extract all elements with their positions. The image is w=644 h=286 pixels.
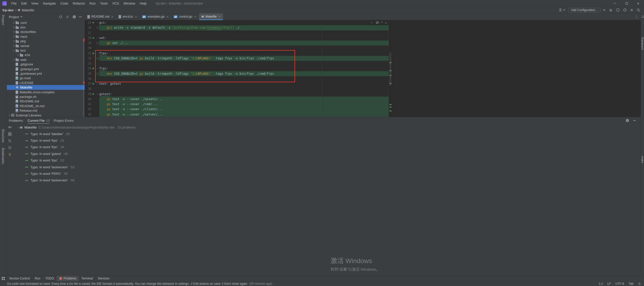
fold-region-icon[interactable]	[96, 22, 99, 23]
tree-item-web[interactable]: web	[7, 57, 85, 62]
gutter-marker-icon[interactable]	[96, 57, 99, 59]
run-make-target-icon[interactable]	[91, 67, 96, 69]
stripe-typo-mark[interactable]	[389, 107, 391, 108]
toolwindow-bookmarks-button[interactable]: Bookmarks	[1, 148, 5, 164]
toolwindow-project-button[interactable]: Project	[1, 15, 5, 25]
indent-style[interactable]: Tab	[629, 282, 633, 285]
tab-close-icon[interactable]: ×	[135, 15, 137, 19]
notifications-bell-icon[interactable]	[641, 15, 644, 18]
menu-tools[interactable]: Tools	[98, 0, 110, 7]
quick-fix-bulb-icon[interactable]	[8, 152, 12, 156]
tree-item-conf[interactable]: conf	[7, 20, 85, 25]
toolwindow-terminal-button[interactable]: Terminal	[79, 276, 95, 281]
toolwindow-version-control-button[interactable]: Version Control	[7, 276, 32, 281]
toolwindow-problems-button[interactable]: !Problems	[57, 276, 79, 281]
tree-item-e2e[interactable]: e2e	[7, 53, 85, 57]
problem-item[interactable]: Typo: In word 'frpc':34	[13, 144, 641, 150]
menu-refactor[interactable]: Refactor	[70, 0, 87, 7]
fold-region-icon[interactable]	[96, 37, 99, 38]
editor-tab-readme-md[interactable]: README.md×	[85, 13, 116, 20]
menu-edit[interactable]: Edit	[19, 0, 29, 7]
tab-close-icon[interactable]: ×	[194, 15, 196, 19]
tree-item-pkg[interactable]: pkg	[7, 39, 85, 44]
expand-collapse-icon[interactable]	[8, 146, 12, 150]
view-options-eye-icon[interactable]	[8, 125, 12, 129]
stripe-typo-mark[interactable]	[389, 83, 391, 84]
toolwindow-structure-button[interactable]: Structure	[1, 129, 5, 142]
menu-run[interactable]: Run	[87, 0, 98, 7]
sort-icon[interactable]	[8, 139, 12, 143]
search-icon[interactable]	[636, 8, 640, 12]
tab-close-icon[interactable]: ×	[167, 15, 169, 19]
tree-item-test[interactable]: test	[7, 48, 85, 53]
gutter-marker-icon[interactable]	[96, 73, 99, 75]
breadcrumb-file[interactable]: Makefile	[22, 8, 34, 12]
dont-show-again-link[interactable]: // Don't show again	[222, 282, 247, 285]
more-tabs-icon[interactable]: ⋮	[632, 13, 641, 20]
problem-item[interactable]: Typo: In word 'frpc':52	[13, 157, 641, 164]
menu-file[interactable]: File	[9, 0, 19, 7]
stripe-typo-mark[interactable]	[389, 104, 391, 105]
chevron-right-icon[interactable]	[11, 59, 16, 60]
chevron-right-icon[interactable]	[11, 45, 16, 47]
toolwindow-make-button[interactable]: make	[641, 156, 644, 163]
chevron-right-icon[interactable]	[16, 54, 20, 56]
tree-item-doc[interactable]: doc	[7, 25, 85, 29]
editor-scrollbar[interactable]	[389, 20, 392, 117]
project-scrollbar[interactable]	[83, 38, 84, 121]
chevron-right-icon[interactable]	[11, 22, 16, 23]
scrollbar-thumb[interactable]	[389, 52, 391, 86]
inspections-widget[interactable]: ✓ 15	[371, 21, 386, 24]
coverage-shield-icon[interactable]	[616, 8, 620, 12]
menu-code[interactable]: Code	[58, 0, 70, 7]
next-problem-icon[interactable]	[385, 22, 387, 24]
tab-close-icon[interactable]: ×	[111, 15, 113, 19]
previous-problem-icon[interactable]	[381, 22, 383, 24]
close-button[interactable]: ×	[632, 0, 644, 7]
run-make-target-icon[interactable]	[91, 37, 96, 39]
tree-item-external-libraries[interactable]: External Libraries	[7, 113, 85, 117]
fold-region-icon[interactable]	[96, 53, 99, 54]
user-menu[interactable]	[558, 8, 565, 12]
chevron-right-icon[interactable]	[11, 31, 16, 32]
toolwindow-database-button[interactable]: Database	[641, 37, 644, 50]
tree-item-golangci-yml[interactable]: .golangci.yml	[7, 67, 85, 71]
toolwindow-run-button[interactable]: Run	[32, 276, 43, 281]
collapse-all-icon[interactable]	[65, 15, 69, 19]
settings-gear-icon[interactable]	[72, 15, 76, 19]
menu-view[interactable]: View	[29, 0, 41, 7]
problem-item[interactable]: Typo: In word 'FRPC':56	[13, 170, 641, 177]
edit-actions-on-save-link[interactable]: // Edit actions on save	[191, 282, 220, 285]
tree-item-release-md[interactable]: Release.md	[7, 108, 85, 113]
menu-window[interactable]: Window	[121, 0, 137, 7]
breadcrumb-project[interactable]: frp-dev	[3, 8, 14, 12]
tree-item-license[interactable]: LICENSE	[7, 80, 85, 85]
tree-item-readme-md[interactable]: README.md	[7, 99, 85, 104]
tree-item-makefile[interactable]: MMakefile	[7, 85, 85, 90]
chevron-right-icon[interactable]	[7, 115, 11, 116]
tree-item-hack[interactable]: hack	[7, 34, 85, 39]
tree-item-dockerfiles[interactable]: dockerfiles	[7, 30, 85, 34]
tree-item-package-sh[interactable]: package.sh	[7, 94, 85, 99]
chevron-right-icon[interactable]	[11, 40, 16, 42]
tree-item-gitignore[interactable]: .gitignore	[7, 62, 85, 67]
locate-file-icon[interactable]	[59, 15, 63, 19]
stripe-typo-mark[interactable]	[389, 110, 391, 111]
project-panel-title[interactable]: Project	[9, 15, 19, 19]
chevron-down-icon[interactable]	[11, 50, 16, 51]
run-button[interactable]	[603, 9, 606, 11]
line-separator[interactable]: LF	[607, 282, 611, 285]
stop-button-icon[interactable]	[630, 8, 633, 12]
editor-tab-makefile[interactable]: MMakefile×	[199, 13, 223, 20]
gutter-marker-icon[interactable]	[96, 42, 99, 44]
fold-region-icon[interactable]	[96, 94, 99, 95]
group-by-icon[interactable]	[8, 132, 12, 136]
stripe-typo-mark[interactable]	[389, 70, 391, 71]
chevron-right-icon[interactable]	[11, 36, 16, 37]
editor-tab-env-d-ts[interactable]: env.d.ts×	[116, 13, 140, 20]
problem-item[interactable]: Typo: In word 'lastversion':53	[13, 164, 641, 170]
hide-panel-icon[interactable]	[79, 17, 82, 17]
menu-help[interactable]: Help	[137, 0, 149, 7]
problems-file-row[interactable]: M Makefile C:\Users\Administrator\Deskto…	[13, 124, 641, 131]
problem-item[interactable]: Typo: In word 'gotest':39	[13, 150, 641, 157]
